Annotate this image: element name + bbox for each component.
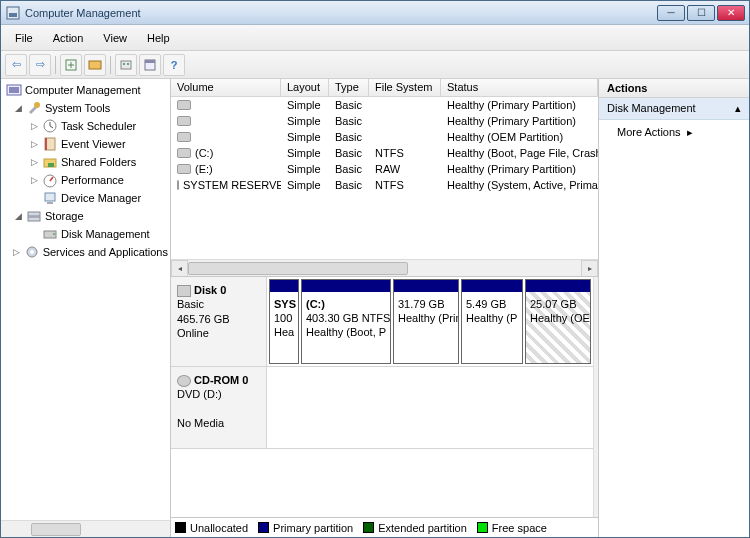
clock-icon [42, 118, 58, 134]
svg-rect-18 [45, 193, 55, 201]
tree-storage-label: Storage [45, 210, 84, 222]
legend: Unallocated Primary partition Extended p… [171, 517, 598, 537]
maximize-button[interactable]: ☐ [687, 5, 715, 21]
col-layout[interactable]: Layout [281, 79, 329, 96]
expand-icon[interactable]: ▷ [29, 139, 39, 149]
svg-rect-10 [9, 87, 19, 93]
refresh-button[interactable] [115, 54, 137, 76]
tree-storage[interactable]: ◢ Storage [1, 207, 170, 225]
svg-rect-6 [127, 63, 129, 65]
collapse-icon[interactable]: ◢ [13, 211, 23, 221]
disk-0-label: Disk 0 Basic 465.76 GB Online [171, 277, 267, 366]
folder-icon [42, 154, 58, 170]
expand-icon[interactable]: ▷ [29, 157, 39, 167]
tree-performance[interactable]: ▷ Performance [1, 171, 170, 189]
svg-point-11 [34, 102, 40, 108]
wrench-icon [26, 100, 42, 116]
collapse-icon[interactable]: ◢ [13, 103, 23, 113]
menu-view[interactable]: View [93, 29, 137, 47]
console-icon [6, 82, 22, 98]
close-button[interactable]: ✕ [717, 5, 745, 21]
svg-rect-21 [28, 217, 40, 221]
svg-rect-20 [28, 212, 40, 216]
volume-row[interactable]: SYSTEM RESERVEDSimpleBasicNTFSHealthy (S… [171, 177, 598, 193]
disk-icon [177, 285, 191, 297]
tool-btn-2[interactable] [84, 54, 106, 76]
svg-rect-8 [145, 60, 155, 63]
tree-disk-management-label: Disk Management [61, 228, 150, 240]
storage-icon [26, 208, 42, 224]
col-status[interactable]: Status [441, 79, 598, 96]
volume-icon [177, 116, 191, 126]
svg-rect-16 [48, 163, 54, 167]
cdrom-icon [177, 375, 191, 387]
actions-disk-mgmt[interactable]: Disk Management ▴ [599, 98, 749, 120]
titlebar[interactable]: Computer Management ─ ☐ ✕ [1, 1, 749, 25]
tree-shared-folders-label: Shared Folders [61, 156, 136, 168]
menu-file[interactable]: File [5, 29, 43, 47]
volume-h-scrollbar[interactable]: ◂ ▸ [171, 259, 598, 276]
disk-v-scrollbar[interactable] [593, 277, 598, 517]
svg-point-25 [30, 250, 34, 254]
svg-rect-19 [47, 202, 53, 204]
back-button[interactable]: ⇦ [5, 54, 27, 76]
volume-row[interactable]: SimpleBasicHealthy (Primary Partition) [171, 97, 598, 113]
partition[interactable]: 5.49 GBHealthy (P [461, 279, 523, 364]
volume-row[interactable]: SimpleBasicHealthy (OEM Partition) [171, 129, 598, 145]
window-title: Computer Management [25, 7, 657, 19]
svg-rect-3 [89, 61, 101, 69]
tree-root-label: Computer Management [25, 84, 141, 96]
actions-more[interactable]: More Actions ▸ [599, 120, 749, 145]
tree-h-scrollbar[interactable] [1, 520, 170, 537]
col-fs[interactable]: File System [369, 79, 441, 96]
svg-rect-5 [123, 63, 125, 65]
menu-help[interactable]: Help [137, 29, 180, 47]
volume-row[interactable]: (E:)SimpleBasicRAWHealthy (Primary Parti… [171, 161, 598, 177]
tree-event-viewer[interactable]: ▷ Event Viewer [1, 135, 170, 153]
volume-row[interactable]: SimpleBasicHealthy (Primary Partition) [171, 113, 598, 129]
help-button[interactable]: ? [163, 54, 185, 76]
expand-icon[interactable]: ▷ [29, 175, 39, 185]
svg-rect-1 [9, 13, 17, 17]
menu-action[interactable]: Action [43, 29, 94, 47]
volume-list: Volume Layout Type File System Status Si… [171, 79, 598, 277]
actions-title: Actions [599, 79, 749, 98]
tree-event-viewer-label: Event Viewer [61, 138, 126, 150]
partition[interactable]: 25.07 GBHealthy (OEM [525, 279, 591, 364]
svg-rect-4 [121, 61, 131, 69]
tool-btn-1[interactable] [60, 54, 82, 76]
tree-disk-management[interactable]: ▷ Disk Management [1, 225, 170, 243]
tree-services-label: Services and Applications [43, 246, 168, 258]
device-icon [42, 190, 58, 206]
volume-icon [177, 148, 191, 158]
tree-task-scheduler[interactable]: ▷ Task Scheduler [1, 117, 170, 135]
partition[interactable]: SYS100Hea [269, 279, 299, 364]
tree-task-scheduler-label: Task Scheduler [61, 120, 136, 132]
partition[interactable]: (C:)403.30 GB NTFSHealthy (Boot, P [301, 279, 391, 364]
gear-icon [24, 244, 40, 260]
expand-icon[interactable]: ▷ [29, 121, 39, 131]
collapse-icon: ▴ [735, 102, 741, 115]
disk-row-cdrom[interactable]: CD-ROM 0 DVD (D:) No Media [171, 367, 593, 449]
partition[interactable]: 31.79 GBHealthy (Prim [393, 279, 459, 364]
minimize-button[interactable]: ─ [657, 5, 685, 21]
disk-row-0[interactable]: Disk 0 Basic 465.76 GB Online SYS100Hea(… [171, 277, 593, 367]
app-icon [5, 5, 21, 21]
tree-root[interactable]: Computer Management [1, 81, 170, 99]
expand-icon[interactable]: ▷ [13, 247, 21, 257]
tree-shared-folders[interactable]: ▷ Shared Folders [1, 153, 170, 171]
tool-btn-4[interactable] [139, 54, 161, 76]
tree-device-manager[interactable]: ▷ Device Manager [1, 189, 170, 207]
tree-system-tools[interactable]: ◢ System Tools [1, 99, 170, 117]
volume-icon [177, 180, 179, 190]
volume-row[interactable]: (C:)SimpleBasicNTFSHealthy (Boot, Page F… [171, 145, 598, 161]
tree-device-manager-label: Device Manager [61, 192, 141, 204]
svg-rect-14 [45, 138, 47, 150]
volume-icon [177, 132, 191, 142]
tree-system-tools-label: System Tools [45, 102, 110, 114]
tree-services[interactable]: ▷ Services and Applications [1, 243, 170, 261]
forward-button[interactable]: ⇨ [29, 54, 51, 76]
disk-icon [42, 226, 58, 242]
col-type[interactable]: Type [329, 79, 369, 96]
col-volume[interactable]: Volume [171, 79, 281, 96]
